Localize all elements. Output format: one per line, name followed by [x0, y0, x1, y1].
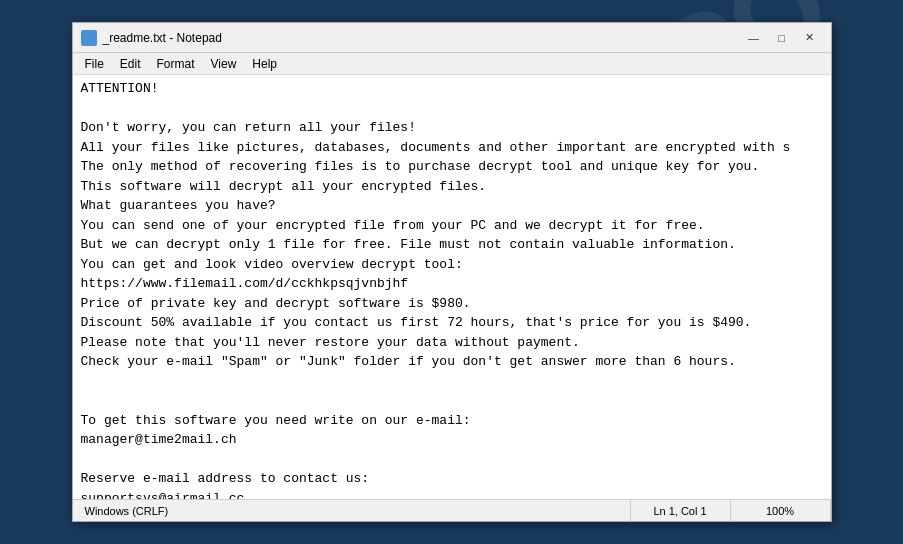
status-encoding: Windows (CRLF)	[85, 505, 169, 517]
notepad-window: _readme.txt - Notepad — □ ✕ File Edit Fo…	[72, 22, 832, 522]
menu-help[interactable]: Help	[244, 55, 285, 73]
window-title: _readme.txt - Notepad	[103, 31, 741, 45]
app-icon	[81, 30, 97, 46]
menu-edit[interactable]: Edit	[112, 55, 149, 73]
title-bar: _readme.txt - Notepad — □ ✕	[73, 23, 831, 53]
menu-view[interactable]: View	[203, 55, 245, 73]
status-bar: Windows (CRLF) Ln 1, Col 1 100%	[73, 499, 831, 521]
content-area: ATTENTION! Don't worry, you can return a…	[73, 75, 831, 499]
status-encoding-section: Windows (CRLF)	[73, 500, 631, 521]
status-zoom-section: 100%	[731, 500, 831, 521]
menu-format[interactable]: Format	[149, 55, 203, 73]
menu-file[interactable]: File	[77, 55, 112, 73]
status-position: Ln 1, Col 1	[653, 505, 706, 517]
status-position-section: Ln 1, Col 1	[631, 500, 731, 521]
status-zoom: 100%	[766, 505, 794, 517]
maximize-button[interactable]: □	[769, 28, 795, 48]
minimize-button[interactable]: —	[741, 28, 767, 48]
menu-bar: File Edit Format View Help	[73, 53, 831, 75]
title-bar-buttons: — □ ✕	[741, 28, 823, 48]
close-button[interactable]: ✕	[797, 28, 823, 48]
text-editor[interactable]: ATTENTION! Don't worry, you can return a…	[73, 75, 831, 499]
